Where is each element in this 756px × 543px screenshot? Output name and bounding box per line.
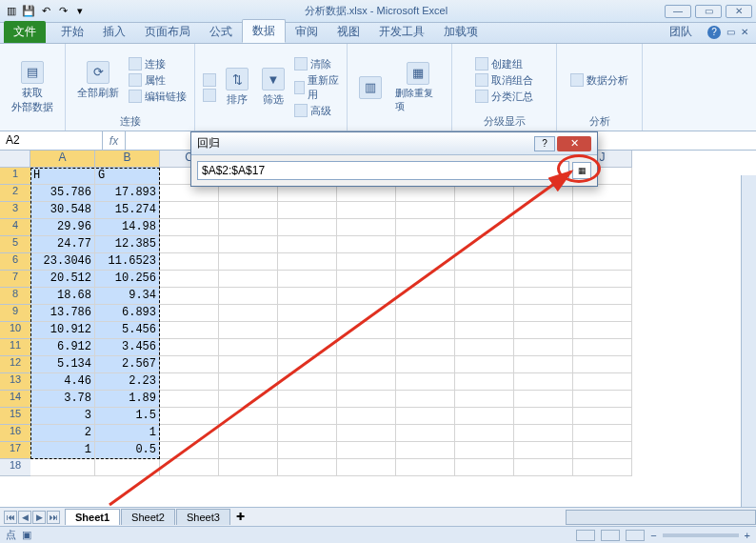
cell-B1[interactable]: G	[95, 168, 160, 185]
row-header-18[interactable]: 18	[0, 459, 30, 476]
row-header-14[interactable]: 14	[0, 391, 30, 408]
cell-E5[interactable]	[278, 236, 337, 253]
view-pagebreak-button[interactable]	[626, 530, 645, 541]
cell-F10[interactable]	[337, 322, 396, 339]
cell-I6[interactable]	[514, 253, 573, 271]
zoom-in-button[interactable]: +	[745, 530, 750, 541]
cell-I12[interactable]	[514, 356, 573, 373]
cell-A11[interactable]: 6.912	[30, 339, 95, 356]
advanced-filter-button[interactable]: 高级	[294, 104, 339, 118]
cell-C12[interactable]	[160, 356, 219, 373]
row-header-6[interactable]: 6	[0, 253, 30, 271]
cell-J17[interactable]	[573, 442, 632, 459]
sheet-nav-next[interactable]: ▶	[32, 511, 46, 524]
cell-C13[interactable]	[160, 373, 219, 391]
cell-I4[interactable]	[514, 219, 573, 236]
cell-D13[interactable]	[219, 373, 278, 391]
cell-B15[interactable]: 1.5	[95, 408, 160, 425]
cell-J7[interactable]	[573, 271, 632, 288]
cell-F2[interactable]	[337, 185, 396, 202]
cell-A14[interactable]: 3.78	[30, 391, 95, 408]
cell-B7[interactable]: 10.256	[95, 271, 160, 288]
cell-A15[interactable]: 3	[30, 408, 95, 425]
tab-addins[interactable]: 加载项	[434, 21, 487, 43]
cell-I18[interactable]	[514, 459, 573, 476]
cell-E15[interactable]	[278, 408, 337, 425]
row-header-1[interactable]: 1	[0, 168, 30, 185]
cell-G5[interactable]	[396, 236, 455, 253]
cell-H7[interactable]	[455, 271, 514, 288]
tab-team[interactable]: 团队	[660, 21, 702, 43]
cell-H15[interactable]	[455, 408, 514, 425]
cell-G12[interactable]	[396, 356, 455, 373]
cell-H10[interactable]	[455, 322, 514, 339]
sheet-nav-first[interactable]: ⏮	[4, 511, 17, 524]
cell-D18[interactable]	[219, 459, 278, 476]
cell-A1[interactable]: H	[30, 168, 95, 185]
cell-C7[interactable]	[160, 271, 219, 288]
dialog-titlebar[interactable]: 回归 ? ✕	[191, 132, 597, 155]
cell-C17[interactable]	[160, 442, 219, 459]
cell-I8[interactable]	[514, 288, 573, 305]
tab-formulas[interactable]: 公式	[200, 21, 242, 43]
range-input[interactable]	[197, 161, 569, 180]
cell-D8[interactable]	[219, 288, 278, 305]
cell-I14[interactable]	[514, 391, 573, 408]
tab-home[interactable]: 开始	[51, 21, 93, 43]
sheet-tab-1[interactable]: Sheet1	[65, 509, 120, 525]
view-normal-button[interactable]	[576, 530, 595, 541]
cell-D10[interactable]	[219, 322, 278, 339]
cell-B17[interactable]: 0.5	[95, 442, 160, 459]
cell-J2[interactable]	[573, 185, 632, 202]
cell-I10[interactable]	[514, 322, 573, 339]
cell-E9[interactable]	[278, 305, 337, 322]
tab-insert[interactable]: 插入	[93, 21, 135, 43]
sheet-nav-last[interactable]: ⏭	[47, 511, 60, 524]
cell-G13[interactable]	[396, 373, 455, 391]
cell-E14[interactable]	[278, 391, 337, 408]
cell-B14[interactable]: 1.89	[95, 391, 160, 408]
cell-B6[interactable]: 11.6523	[95, 253, 160, 271]
cell-D16[interactable]	[219, 425, 278, 442]
cell-A7[interactable]: 20.512	[30, 271, 95, 288]
cell-J9[interactable]	[573, 305, 632, 322]
row-header-7[interactable]: 7	[0, 271, 30, 288]
cell-G7[interactable]	[396, 271, 455, 288]
cell-D3[interactable]	[219, 202, 278, 219]
cell-J8[interactable]	[573, 288, 632, 305]
cell-D6[interactable]	[219, 253, 278, 271]
cell-I5[interactable]	[514, 236, 573, 253]
row-header-11[interactable]: 11	[0, 339, 30, 356]
column-header-B[interactable]: B	[95, 151, 160, 168]
cell-I3[interactable]	[514, 202, 573, 219]
cell-J15[interactable]	[573, 408, 632, 425]
cell-D14[interactable]	[219, 391, 278, 408]
sheet-tab-3[interactable]: Sheet3	[176, 509, 230, 525]
cell-I2[interactable]	[514, 185, 573, 202]
cell-G4[interactable]	[396, 219, 455, 236]
cell-F11[interactable]	[337, 339, 396, 356]
cell-A10[interactable]: 10.912	[30, 322, 95, 339]
name-box[interactable]: A2	[0, 131, 103, 150]
cell-A5[interactable]: 24.77	[30, 236, 95, 253]
view-pagelayout-button[interactable]	[601, 530, 620, 541]
cell-F14[interactable]	[337, 391, 396, 408]
cell-C2[interactable]	[160, 185, 219, 202]
row-header-4[interactable]: 4	[0, 219, 30, 236]
cell-C5[interactable]	[160, 236, 219, 253]
cell-G10[interactable]	[396, 322, 455, 339]
filter-button[interactable]: ▼筛选	[258, 66, 288, 109]
row-header-13[interactable]: 13	[0, 373, 30, 391]
refresh-all-button[interactable]: ⟳全部刷新	[73, 59, 123, 102]
cell-E16[interactable]	[278, 425, 337, 442]
cell-F12[interactable]	[337, 356, 396, 373]
macro-record-icon[interactable]: ▣	[22, 529, 31, 541]
cell-H11[interactable]	[455, 339, 514, 356]
cell-A3[interactable]: 30.548	[30, 202, 95, 219]
zoom-slider[interactable]	[663, 533, 739, 537]
cell-C11[interactable]	[160, 339, 219, 356]
dialog-help-button[interactable]: ?	[534, 136, 555, 151]
get-external-data-button[interactable]: ▤获取 外部数据	[8, 59, 57, 116]
cell-A16[interactable]: 2	[30, 425, 95, 442]
cell-J10[interactable]	[573, 322, 632, 339]
